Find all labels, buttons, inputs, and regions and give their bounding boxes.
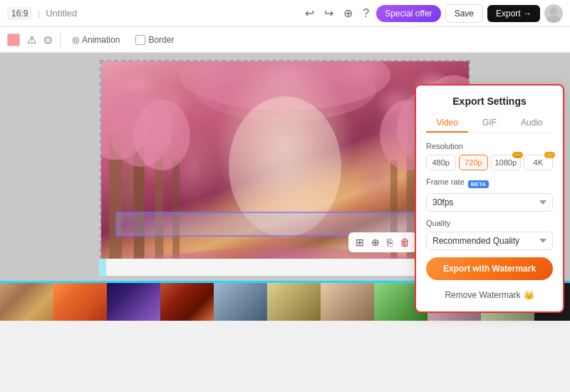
animation-button[interactable]: ◎ Animation: [68, 33, 124, 47]
svg-point-10: [101, 76, 152, 160]
film-cell-1[interactable]: [0, 283, 53, 321]
save-button[interactable]: Save: [445, 4, 483, 23]
framerate-label: Frame rate: [426, 177, 465, 186]
framerate-label-row: Frame rate BETA: [426, 177, 553, 190]
film-cell-5[interactable]: [214, 283, 267, 321]
panel-title: Export Settings: [426, 96, 553, 107]
res-480-button[interactable]: 480p: [426, 155, 456, 170]
animation-icon: ◎: [72, 35, 79, 45]
topbar-left: 16:9 | Untitled: [7, 7, 77, 20]
toolbar-divider: [60, 33, 61, 47]
res-4k-label: 4K: [534, 158, 543, 167]
res-1080-button[interactable]: 1080p 🔒: [491, 155, 521, 170]
tab-video[interactable]: Video: [426, 114, 468, 133]
main-area: ⊞ ⊕ ⎘ 🗑 Export Settings Video GIF Audio …: [0, 53, 570, 254]
redo-button[interactable]: ↪: [321, 4, 336, 23]
beta-badge: BETA: [468, 180, 489, 188]
res-720-button[interactable]: 720p: [459, 155, 489, 170]
layers-tool-button[interactable]: ⊕: [368, 234, 383, 250]
user-avatar[interactable]: [544, 4, 563, 23]
res-1080-label: 1080p: [494, 158, 517, 167]
svg-point-0: [550, 8, 557, 15]
svg-rect-2: [109, 132, 122, 272]
quality-section: Quality Recommended Quality High Quality…: [426, 219, 553, 250]
film-cell-7[interactable]: [321, 283, 374, 321]
timeline-strip[interactable]: [99, 259, 467, 276]
remove-watermark-button[interactable]: Remove Watermark 👑: [426, 286, 553, 304]
delete-tool-button[interactable]: 🗑: [397, 234, 413, 250]
topbar-actions: ↩ ↪ ⊕ ? Special offer Save Export →: [302, 4, 563, 23]
remove-watermark-label: Remove Watermark: [445, 290, 520, 300]
film-cell-6[interactable]: [267, 283, 321, 321]
res-4k-button[interactable]: 4K 👑: [524, 155, 554, 170]
warning-icon: ⚠: [27, 33, 36, 46]
animation-label: Animation: [82, 35, 120, 45]
export-button[interactable]: Export →: [487, 5, 540, 22]
undo-button[interactable]: ↩: [302, 4, 317, 23]
help-button[interactable]: ?: [360, 4, 372, 23]
document-title: Untitled: [46, 8, 77, 19]
special-offer-button[interactable]: Special offer: [376, 5, 441, 22]
svg-rect-3: [134, 145, 145, 272]
tab-audio[interactable]: Audio: [511, 114, 553, 133]
resolution-buttons: 480p 720p 1080p 🔒 4K 👑: [426, 155, 553, 170]
crown-emoji-icon: 👑: [524, 290, 534, 300]
framerate-select[interactable]: 30fps 60fps: [426, 193, 553, 212]
toolbar: ⚠ ⊙ ◎ Animation Border: [0, 27, 570, 53]
border-label: Border: [148, 35, 174, 45]
color-picker[interactable]: [7, 33, 20, 46]
resolution-label: Resolution: [426, 142, 553, 150]
flowers-top: [101, 61, 469, 177]
film-cell-4[interactable]: [160, 283, 214, 321]
film-cell-3[interactable]: [107, 283, 160, 321]
settings-icon: ⊙: [43, 33, 53, 46]
topbar: 16:9 | Untitled ↩ ↪ ⊕ ? Special offer Sa…: [0, 0, 570, 27]
border-button[interactable]: Border: [131, 33, 178, 47]
svg-point-11: [109, 89, 172, 167]
panel-tabs: Video GIF Audio: [426, 114, 553, 133]
res-1080-badge: 🔒: [512, 152, 523, 158]
canvas-tools-row: ⊞ ⊕ ⎘ 🗑: [348, 232, 417, 252]
aspect-ratio-selector[interactable]: 16:9: [7, 7, 32, 20]
border-checkbox[interactable]: [135, 35, 145, 45]
timeline-progress: [99, 259, 106, 276]
svg-point-12: [134, 100, 190, 170]
quality-label: Quality: [426, 219, 553, 227]
svg-point-1: [547, 16, 560, 23]
crop-tool-button[interactable]: ⊞: [353, 234, 367, 250]
target-button[interactable]: ⊕: [341, 4, 356, 23]
export-panel: Export Settings Video GIF Audio Resoluti…: [415, 84, 564, 313]
film-cell-2[interactable]: [53, 283, 107, 321]
svg-point-17: [194, 61, 377, 121]
res-4k-badge: 👑: [544, 152, 555, 158]
quality-select[interactable]: Recommended Quality High Quality Low Qua…: [426, 232, 553, 250]
svg-point-16: [180, 61, 390, 110]
export-watermark-button[interactable]: Export with Watermark: [426, 257, 553, 280]
tab-gif[interactable]: GIF: [468, 114, 510, 133]
framerate-section: Frame rate BETA 30fps 60fps: [426, 177, 553, 212]
copy-tool-button[interactable]: ⎘: [384, 234, 395, 250]
